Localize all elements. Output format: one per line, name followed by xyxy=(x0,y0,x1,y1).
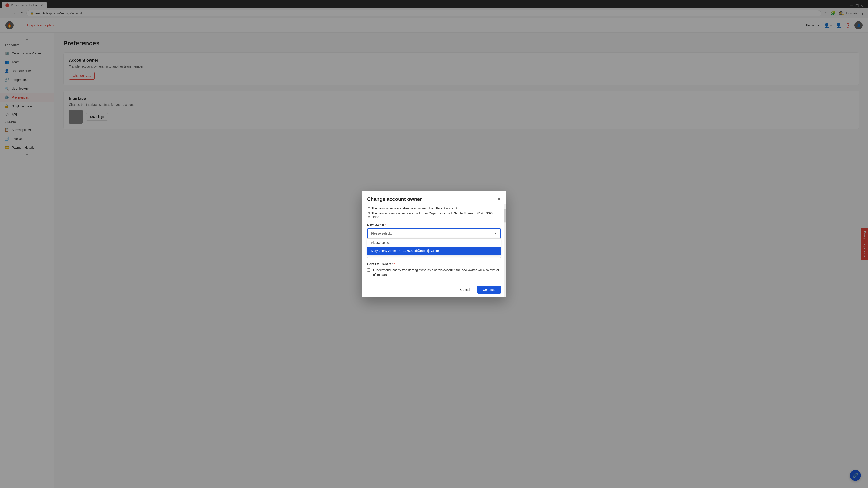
dropdown-option-placeholder[interactable]: Please select... xyxy=(367,238,501,247)
modal-header: Change account owner ✕ xyxy=(362,191,506,206)
confirm-checkbox-row: I understand that by transferring owners… xyxy=(367,268,501,277)
new-owner-label: New Owner * xyxy=(367,223,501,227)
modal-footer: Cancel Continue xyxy=(362,282,506,297)
condition-2: The new owner is not already an owner of… xyxy=(367,206,501,211)
select-value: Please select... xyxy=(371,232,393,235)
confirm-transfer-text: I understand that by transferring owners… xyxy=(373,268,501,277)
continue-button[interactable]: Continue xyxy=(477,286,501,294)
conditions-list: The new owner is not already an owner of… xyxy=(367,206,501,223)
confirm-transfer-label: Confirm Transfer * xyxy=(367,262,501,266)
dropdown-menu: Please select... Mary Jenny Johnson - 19… xyxy=(367,238,501,255)
select-arrow-icon: ▼ xyxy=(494,232,497,235)
confirm-transfer-star: * xyxy=(394,262,395,266)
new-owner-group: New Owner * Please select... ▼ Please se… xyxy=(367,223,501,238)
confirm-transfer-checkbox[interactable] xyxy=(367,268,370,272)
modal-overlay[interactable]: Change account owner ✕ The new owner is … xyxy=(0,0,868,488)
new-owner-select[interactable]: Please select... ▼ xyxy=(367,228,501,238)
change-owner-modal: Change account owner ✕ The new owner is … xyxy=(362,191,506,297)
condition-3: The new account owner is not part of an … xyxy=(367,211,501,219)
modal-body: The new owner is not already an owner of… xyxy=(362,206,506,282)
new-owner-select-wrapper: Please select... ▼ Please select... Mary… xyxy=(367,228,501,238)
modal-close-button[interactable]: ✕ xyxy=(497,197,501,202)
required-star: * xyxy=(385,223,386,227)
cancel-button[interactable]: Cancel xyxy=(456,286,475,294)
modal-scroll-thumb xyxy=(504,209,506,223)
dropdown-option-mary[interactable]: Mary Jenny Johnson - 1969293d@moodjoy.co… xyxy=(367,247,501,255)
confirm-transfer-section: Confirm Transfer * I understand that by … xyxy=(367,262,501,277)
modal-title: Change account owner xyxy=(367,196,422,202)
modal-scrollbar xyxy=(504,204,506,297)
